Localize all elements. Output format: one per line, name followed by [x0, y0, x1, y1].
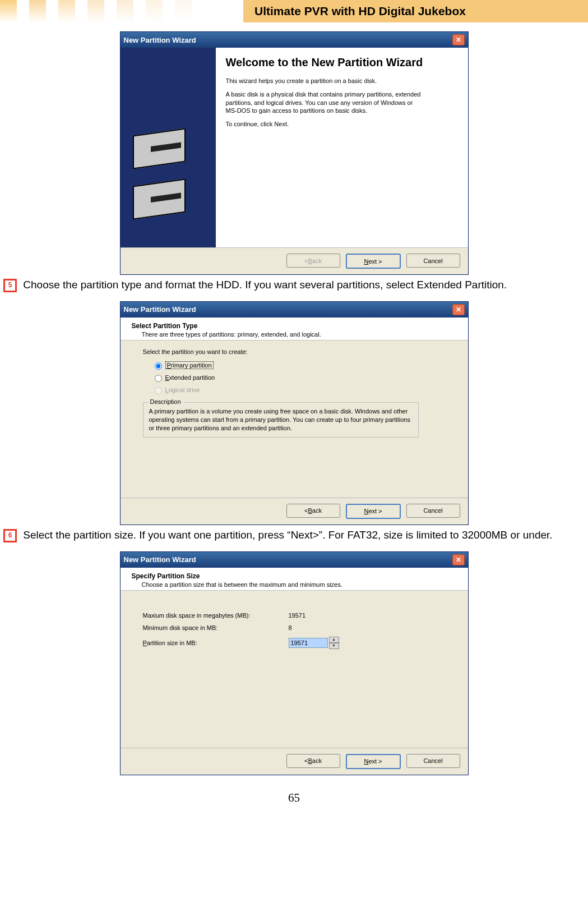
description-legend: Description	[148, 398, 183, 405]
wizard-intro-3: To continue, click Next.	[226, 120, 422, 128]
wizard-welcome-content: Welcome to the New Partition Wizard This…	[216, 48, 468, 247]
back-button[interactable]: < Back	[286, 504, 340, 518]
next-button[interactable]: Next >	[346, 754, 401, 769]
next-button[interactable]: Next >	[346, 254, 401, 269]
radio-logical-input	[155, 387, 162, 394]
max-space-value: 19571	[289, 612, 345, 619]
header-stripes	[0, 0, 204, 22]
step-bullet-6: 6	[4, 530, 16, 541]
wizard-intro-1: This wizard helps you create a partition…	[226, 77, 422, 85]
back-button: < Back	[286, 254, 340, 268]
partition-size-input[interactable]	[289, 638, 328, 648]
dialog-subheader: Specify Partition Size Choose a partitio…	[121, 568, 468, 591]
dialog-title: New Partition Wizard	[124, 305, 452, 314]
radio-primary-partition[interactable]: Primary partition	[152, 361, 458, 370]
partition-type-prompt: Select the partition you want to create:	[143, 348, 458, 355]
dialog-button-bar: < Back Next > Cancel	[121, 498, 468, 525]
row-min-space: Minimum disk space in MB: 8	[143, 624, 458, 631]
subheader-title: Specify Partition Size	[132, 572, 461, 580]
dialog-titlebar: New Partition Wizard ✕	[121, 32, 468, 48]
dialog-subheader: Select Partition Type There are three ty…	[121, 318, 468, 341]
radio-logical-drive: Logical drive	[152, 385, 458, 394]
wizard-intro-2: A basic disk is a physical disk that con…	[226, 90, 422, 114]
step-bullet-5: 5	[4, 280, 16, 291]
radio-extended-input[interactable]	[155, 375, 162, 382]
description-text: A primary partition is a volume you crea…	[149, 407, 413, 433]
dialog-titlebar: New Partition Wizard ✕	[121, 552, 468, 568]
header-title: Ultimate PVR with HD Digital Jukebox	[254, 4, 466, 18]
spin-down-icon[interactable]: ▼	[329, 643, 339, 649]
step-6-text: 6 Select the partition size. If you want…	[3, 528, 585, 542]
subheader-title: Select Partition Type	[132, 322, 461, 330]
spin-up-icon[interactable]: ▲	[329, 637, 339, 643]
min-space-label: Minimum disk space in MB:	[143, 624, 289, 631]
wizard-dialog-welcome: New Partition Wizard ✕ Welcome to the Ne…	[120, 31, 469, 275]
description-box: Description A primary partition is a vol…	[143, 402, 419, 438]
dialog-title: New Partition Wizard	[124, 555, 452, 564]
close-icon[interactable]: ✕	[452, 554, 465, 565]
subheader-desc: There are three types of partitions: pri…	[142, 331, 461, 338]
cancel-button[interactable]: Cancel	[406, 254, 460, 268]
page-header: Ultimate PVR with HD Digital Jukebox	[0, 0, 588, 22]
step-6-body: Select the partition size. If you want o…	[23, 529, 552, 541]
step-5-text: 5 Choose the partition type and format t…	[3, 278, 585, 292]
wizard-dialog-partition-size: New Partition Wizard ✕ Specify Partition…	[120, 551, 469, 775]
dialog-title: New Partition Wizard	[124, 36, 452, 44]
header-title-bar: Ultimate PVR with HD Digital Jukebox	[243, 0, 588, 22]
step-5-body: Choose the partition type and format the…	[23, 279, 507, 291]
close-icon[interactable]: ✕	[452, 34, 465, 45]
radio-extended-partition[interactable]: Extended partition	[152, 373, 458, 382]
page-number: 65	[0, 791, 588, 812]
dialog-button-bar: < Back Next > Cancel	[121, 247, 468, 274]
wizard-side-graphic	[121, 48, 216, 247]
back-button[interactable]: < Back	[286, 754, 340, 768]
subheader-desc: Choose a partition size that is between …	[142, 581, 461, 588]
cancel-button[interactable]: Cancel	[406, 754, 460, 768]
dialog-titlebar: New Partition Wizard ✕	[121, 302, 468, 318]
dialog-button-bar: < Back Next > Cancel	[121, 748, 468, 775]
row-max-space: Maxium disk space in megabytes (MB): 195…	[143, 612, 458, 619]
partition-size-label: Partition size in MB:	[143, 640, 289, 646]
min-space-value: 8	[289, 624, 345, 631]
next-button[interactable]: Next >	[346, 504, 401, 519]
cancel-button[interactable]: Cancel	[406, 504, 460, 518]
radio-primary-input[interactable]	[155, 362, 162, 370]
max-space-label: Maxium disk space in megabytes (MB):	[143, 612, 289, 619]
wizard-dialog-partition-type: New Partition Wizard ✕ Select Partition …	[120, 301, 469, 525]
close-icon[interactable]: ✕	[452, 304, 465, 315]
wizard-heading: Welcome to the New Partition Wizard	[226, 56, 458, 69]
row-partition-size: Partition size in MB: ▲ ▼	[143, 637, 458, 649]
